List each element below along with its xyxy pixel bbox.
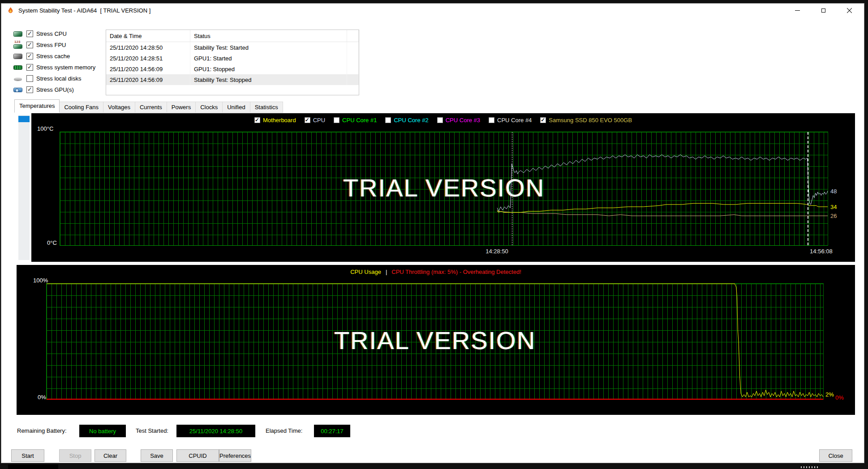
table-row[interactable]: 25/11/2020 14:28:50 Stability Test: Star… bbox=[106, 42, 359, 53]
chart-scrollbar bbox=[17, 113, 31, 262]
tab-item[interactable]: Unified bbox=[222, 102, 250, 113]
legend-checkbox[interactable] bbox=[254, 117, 260, 123]
motherboard-temp-line bbox=[497, 203, 828, 212]
elapsed-time-value-box: 00:27:17 bbox=[314, 425, 350, 437]
legend-label: CPU Core #1 bbox=[342, 117, 377, 124]
stress-option-icon bbox=[14, 42, 22, 49]
tab-item[interactable]: Currents bbox=[135, 102, 167, 113]
y-axis-max-label: 100°C bbox=[37, 125, 53, 132]
legend-checkbox[interactable] bbox=[540, 117, 546, 123]
usage-plot: TRIAL VERSION 2% 0% bbox=[46, 283, 824, 400]
tab-item[interactable]: Clocks bbox=[195, 102, 223, 113]
legend-item[interactable]: CPU Core #2 bbox=[385, 117, 428, 124]
stress-option-checkbox[interactable] bbox=[26, 30, 33, 37]
legend-item[interactable]: CPU Core #1 bbox=[334, 117, 377, 124]
restore-button[interactable] bbox=[810, 4, 836, 17]
stress-option-label: Stress GPU(s) bbox=[36, 86, 74, 93]
legend-item[interactable]: CPU Core #4 bbox=[489, 117, 532, 124]
legend-item[interactable]: CPU Core #3 bbox=[437, 117, 480, 124]
stress-option-row[interactable]: Stress cache bbox=[14, 51, 103, 62]
tab-item[interactable]: Statistics bbox=[250, 102, 283, 113]
chart-scrollbar-track[interactable] bbox=[18, 115, 30, 260]
stress-option-row[interactable]: Stress GPU(s) bbox=[14, 84, 103, 95]
chart-scrollbar-thumb[interactable] bbox=[18, 116, 30, 122]
tab-item[interactable]: Cooling Fans bbox=[59, 102, 103, 113]
title-bar[interactable]: System Stability Test - AIDA64 [ TRIAL V… bbox=[1, 4, 864, 17]
action-button[interactable]: Preferences bbox=[219, 449, 251, 462]
stress-option-row[interactable]: Stress CPU bbox=[14, 28, 103, 39]
close-window-button[interactable] bbox=[836, 4, 862, 17]
tab-item[interactable]: Temperatures bbox=[14, 99, 60, 113]
column-header-status[interactable]: Status bbox=[190, 30, 347, 42]
cpu-temp-value: 48 bbox=[830, 188, 837, 194]
stress-option-icon bbox=[14, 30, 22, 38]
y-axis-min-label: 0°C bbox=[47, 239, 57, 246]
legend-checkbox[interactable] bbox=[305, 117, 310, 123]
usage-chart-header: CPU Usage | CPU Throttling (max: 5%) - O… bbox=[17, 269, 855, 275]
y-axis-min-label: 0% bbox=[38, 394, 46, 401]
stress-option-icon bbox=[14, 64, 22, 71]
test-started-value: 25/11/2020 14:28:50 bbox=[189, 428, 242, 435]
cell-empty bbox=[347, 42, 359, 53]
legend-checkbox[interactable] bbox=[334, 117, 339, 123]
legend-checkbox[interactable] bbox=[437, 117, 443, 123]
legend-label: CPU Core #2 bbox=[394, 117, 428, 124]
stress-option-checkbox[interactable] bbox=[26, 64, 33, 71]
legend-checkbox[interactable] bbox=[489, 117, 494, 123]
stress-option-label: Stress FPU bbox=[36, 42, 66, 48]
action-button[interactable]: CPUID bbox=[176, 449, 219, 462]
action-button[interactable]: Save bbox=[141, 449, 173, 462]
stress-option-row[interactable]: Stress local disks bbox=[14, 73, 103, 84]
caption-controls bbox=[784, 4, 862, 17]
cpu-usage-title: CPU Usage bbox=[350, 269, 381, 275]
legend-label: Samsung SSD 850 EVO 500GB bbox=[549, 117, 632, 124]
minimize-button[interactable] bbox=[784, 4, 810, 17]
legend-label: Motherboard bbox=[263, 117, 296, 124]
action-buttons: StartStopClearSaveCPUIDPreferences bbox=[9, 449, 251, 462]
tab-item[interactable]: Voltages bbox=[103, 102, 135, 113]
aida64-flame-icon bbox=[7, 7, 14, 14]
stress-option-checkbox[interactable] bbox=[26, 53, 33, 60]
action-button[interactable]: Clear bbox=[95, 449, 126, 462]
stress-options: Stress CPU Stress FPU Stress cache Stres… bbox=[14, 28, 103, 95]
table-row[interactable]: 25/11/2020 14:28:51 GPU1: Started bbox=[106, 53, 359, 64]
stress-option-checkbox[interactable] bbox=[26, 42, 33, 48]
table-row[interactable]: 25/11/2020 14:56:09 Stability Test: Stop… bbox=[106, 74, 359, 85]
restore-icon bbox=[821, 9, 825, 13]
cell-status: GPU1: Stopped bbox=[190, 64, 347, 74]
taskbar-item[interactable] bbox=[8, 465, 58, 469]
close-button[interactable]: Close bbox=[819, 449, 852, 462]
usage-series-svg bbox=[47, 284, 823, 399]
desktop: { "window": { "title": "System Stability… bbox=[0, 0, 868, 469]
legend-item[interactable]: CPU bbox=[305, 117, 325, 124]
stress-option-checkbox[interactable] bbox=[26, 75, 33, 82]
legend-item[interactable]: Samsung SSD 850 EVO 500GB bbox=[540, 117, 632, 124]
legend-checkbox[interactable] bbox=[385, 117, 391, 123]
event-log-rows: 25/11/2020 14:28:50 Stability Test: Star… bbox=[106, 42, 359, 85]
legend-label: CPU Core #4 bbox=[497, 117, 532, 124]
status-bar: Remaining Battery: No battery Test Start… bbox=[1, 425, 864, 437]
column-header-datetime[interactable]: Date & Time bbox=[106, 30, 190, 42]
test-started-value-box: 25/11/2020 14:28:50 bbox=[176, 425, 255, 437]
action-button[interactable]: Stop bbox=[59, 449, 91, 462]
tab-item[interactable]: Powers bbox=[167, 102, 196, 113]
stress-option-row[interactable]: Stress system memory bbox=[14, 62, 103, 73]
test-stop-marker bbox=[808, 132, 808, 245]
stress-option-row[interactable]: Stress FPU bbox=[14, 39, 103, 51]
table-row[interactable]: 25/11/2020 14:56:09 GPU1: Stopped bbox=[106, 64, 359, 74]
x-axis-end-time: 14:56:08 bbox=[810, 248, 833, 255]
tab-strip: TemperaturesCooling FansVoltagesCurrents… bbox=[14, 99, 283, 113]
test-started-label: Test Started: bbox=[136, 427, 168, 434]
legend-label: CPU Core #3 bbox=[446, 117, 480, 124]
temperature-legend: Motherboard CPU CPU Core #1 CPU Core #2 … bbox=[31, 117, 855, 124]
y-axis-max-label: 100% bbox=[33, 277, 48, 284]
legend-item[interactable]: Motherboard bbox=[254, 117, 296, 124]
cpu-temp-line bbox=[497, 155, 828, 212]
cpu-throttling-title: CPU Throttling (max: 5%) - Overheating D… bbox=[391, 269, 521, 275]
app-window: System Stability Test - AIDA64 [ TRIAL V… bbox=[1, 3, 864, 463]
stress-option-checkbox[interactable] bbox=[26, 86, 33, 93]
stress-option-label: Stress system memory bbox=[36, 64, 95, 71]
ssd-temp-line bbox=[497, 211, 828, 216]
action-button[interactable]: Start bbox=[11, 449, 44, 462]
cell-empty bbox=[347, 74, 359, 85]
